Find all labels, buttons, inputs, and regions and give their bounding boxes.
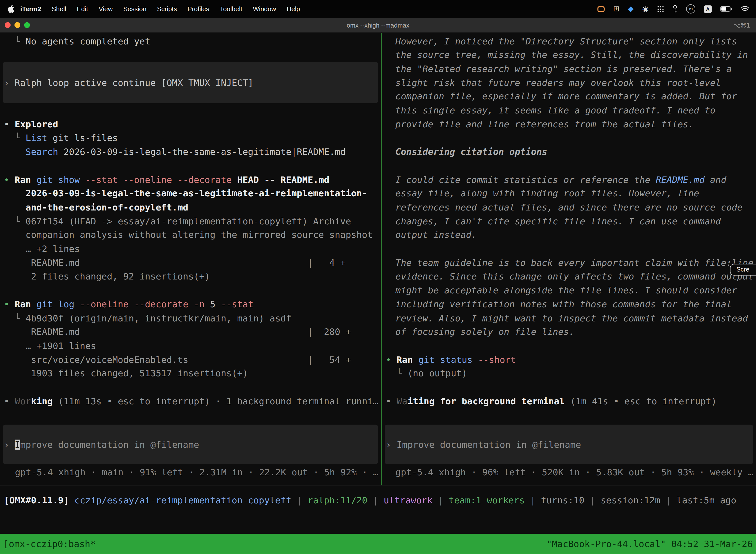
thinking-line: this single essay, it seems like a good …: [395, 103, 715, 117]
output-text: (no output): [407, 368, 467, 378]
tree-glyph: └: [4, 313, 26, 323]
menu-item-scripts[interactable]: Scripts: [152, 5, 182, 12]
text-cursor: I: [15, 439, 20, 449]
thinking-line: including verification notes with those …: [395, 297, 732, 311]
git-show-commit-line: └ 067f154 (HEAD -> essay/ai-reimplementa…: [4, 214, 351, 228]
thinking-line: of focusing solely on file lines.: [395, 325, 574, 339]
git-log-command-line: • Ran git log --oneline --decorate -n 5 …: [4, 297, 253, 311]
tmux-session-window: [omx-cczip0:bash*: [3, 539, 96, 549]
close-button[interactable]: [5, 22, 10, 28]
git-status-command-line: • Ran git status --short: [386, 353, 516, 367]
bullet: •: [386, 355, 397, 365]
battery-percent-ring-badge[interactable]: .61: [686, 4, 695, 13]
omx-version: [OMX#0.11.9]: [4, 495, 69, 505]
tool-verb: Search: [25, 147, 58, 157]
working-detail: (11m 13s • esc to interrupt) · 1 backgro…: [53, 396, 378, 406]
thinking-line: references need actual files, and since …: [395, 200, 743, 214]
menu-item-window[interactable]: Window: [248, 5, 281, 12]
menu-item-help[interactable]: Help: [281, 5, 305, 12]
raycast-icon[interactable]: ◆: [628, 5, 633, 12]
right-pane: However, I noticed the "Directory Struct…: [382, 33, 756, 485]
battery-icon[interactable]: [720, 6, 732, 11]
separator: |: [433, 495, 449, 505]
thinking-line: might be acceptable alongside the file l…: [395, 283, 737, 297]
window-grid-icon[interactable]: ⊞: [613, 5, 619, 12]
git-show-output-line: and-the-erosion-of-copyleft.md: [4, 200, 189, 214]
prompt-input[interactable]: › Improve documentation in @filename: [3, 425, 378, 464]
tree-glyph: └: [386, 368, 407, 378]
input-source-icon[interactable]: A: [704, 5, 712, 13]
wifi-icon[interactable]: [741, 6, 749, 12]
thinking-line: output instead.: [395, 228, 477, 242]
minimize-button[interactable]: [14, 22, 20, 28]
dots-grid-icon[interactable]: [657, 5, 664, 12]
separator: |: [660, 495, 677, 505]
apple-menu-icon[interactable]: [8, 5, 14, 13]
thinking-line: The team guideline is to back every impo…: [395, 256, 754, 270]
model-status-line: gpt-5.4 xhigh · main · 91% left · 2.31M …: [15, 465, 378, 479]
thinking-text: and: [705, 175, 727, 185]
separator: |: [367, 495, 384, 505]
waiting-detail: (1m 41s • esc to interrupt): [565, 396, 716, 406]
menu-bar-status-icons: ⊞ ◆ ◉ .61 A: [597, 4, 749, 13]
prompt-chevron: ›: [386, 439, 397, 449]
thinking-line: companion file, especially if more comme…: [395, 89, 737, 103]
prompt-input-text: mprove documentation in @filename: [20, 439, 199, 449]
thinking-line: provide file and line references from th…: [395, 117, 694, 131]
menu-item-session[interactable]: Session: [118, 5, 152, 12]
command-flags: --stat --oneline --decorate: [80, 175, 232, 185]
inject-banner: › Ralph loop active continue [OMX_TMUX_I…: [3, 62, 378, 103]
thinking-line: essay file, along with finding root file…: [395, 186, 699, 200]
bullet: •: [4, 175, 15, 185]
diffstat-summary-line: 1903 files changed, 513517 insertions(+): [4, 366, 248, 380]
input-source-label: A: [706, 6, 710, 12]
omx-branch: cczip/essay/ai-reimplementation-copyleft: [74, 495, 292, 505]
command-flags: --stat: [215, 299, 253, 309]
omx-turns: turns:10: [541, 495, 584, 505]
diffstat-line: README.md | 4 +: [4, 256, 346, 270]
menu-item-edit[interactable]: Edit: [71, 5, 93, 12]
waiting-shimmer-bright: iting for background terminal: [407, 396, 565, 406]
command-name: git status: [413, 355, 473, 365]
prompt-chevron: ›: [4, 77, 15, 88]
command-name: git show: [31, 175, 80, 185]
menu-item-toolbelt[interactable]: Toolbelt: [214, 5, 248, 12]
omx-last-activity: last:5m ago: [677, 495, 737, 505]
key-icon[interactable]: [673, 5, 677, 13]
thinking-line: the source tree, missing the essay. Stil…: [395, 48, 748, 62]
agents-note-line: └ No agents completed yet: [4, 34, 150, 48]
working-status-line: • Working (11m 13s • esc to interrupt) ·…: [4, 394, 378, 408]
readme-link[interactable]: README.md: [656, 175, 705, 185]
diffstat-line: README.md | 280 +: [4, 325, 351, 339]
screen-share-overlay-button[interactable]: Scre: [730, 264, 756, 276]
window-titlebar[interactable]: omx --xhigh --madmax ⌥⌘1: [0, 18, 756, 33]
menu-item-view[interactable]: View: [93, 5, 118, 12]
window-shortcut-badge: ⌥⌘1: [734, 21, 750, 29]
working-shimmer-bright: king: [31, 396, 53, 406]
menu-item-shell[interactable]: Shell: [46, 5, 71, 12]
menu-item-profiles[interactable]: Profiles: [182, 5, 214, 12]
indent: [4, 147, 26, 157]
thinking-line: changes, I can't cite specific file line…: [395, 214, 721, 228]
prompt-input[interactable]: › Improve documentation in @filename: [385, 425, 753, 464]
ran-label: Ran: [397, 355, 413, 365]
omx-session: session:12m: [601, 495, 660, 505]
gap: [69, 495, 74, 505]
tree-glyph: └: [4, 133, 26, 143]
screen-recording-indicator-icon[interactable]: [597, 6, 605, 12]
app-ring-icon[interactable]: ◉: [642, 5, 648, 12]
git-status-output-line: └ (no output): [386, 366, 467, 380]
ran-label: Ran: [15, 299, 31, 309]
diffstat-summary-line: 2 files changed, 92 insertions(+): [4, 269, 210, 283]
separator: |: [524, 495, 541, 505]
bullet: •: [386, 396, 397, 406]
app-menu-iterm2[interactable]: iTerm2: [14, 5, 46, 12]
zoom-button[interactable]: [24, 22, 30, 28]
explored-search-line: Search 2026-03-09-is-legal-the-same-as-l…: [4, 145, 346, 159]
thinking-line: review. Also, I might want to inspect th…: [395, 311, 748, 325]
menu-items: Shell Edit View Session Scripts Profiles…: [46, 5, 305, 12]
working-shimmer-dim: Wor: [15, 396, 31, 406]
tree-glyph: └: [4, 216, 26, 226]
inject-banner-text: Ralph loop active continue [OMX_TMUX_INJ…: [15, 77, 253, 88]
thinking-line: the "Related research writing" section i…: [395, 62, 732, 76]
